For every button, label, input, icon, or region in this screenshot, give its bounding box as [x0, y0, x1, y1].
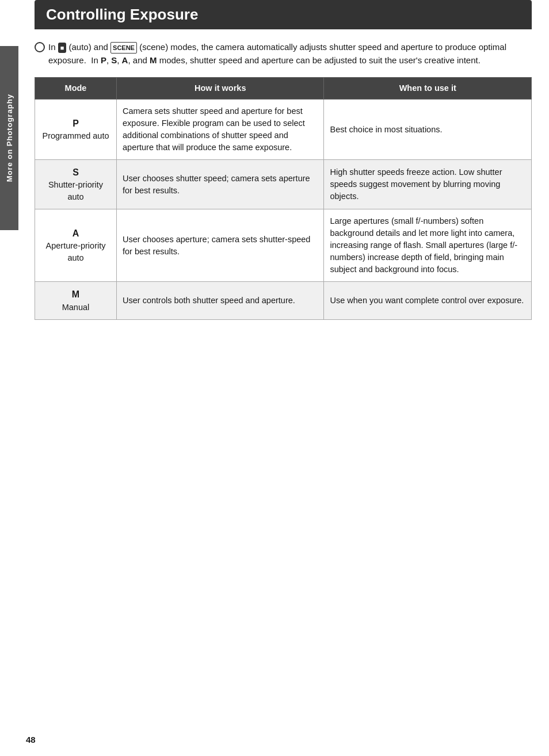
when-cell: Best choice in most situations. [324, 100, 532, 160]
mode-name: Aperture-priority auto [41, 240, 110, 264]
page-number: 48 [26, 735, 36, 744]
col-header-mode: Mode [35, 78, 117, 100]
mode-name: Shutter-priority auto [41, 179, 110, 203]
sidebar-label: More on Photography [5, 94, 14, 182]
sidebar-tab: More on Photography [0, 46, 18, 230]
mode-letter: S [41, 166, 110, 179]
how-cell: User chooses shutter speed; camera sets … [117, 160, 324, 209]
intro-text: In ■ (auto) and SCENE (scene) modes, the… [48, 41, 532, 67]
auto-icon: ■ [58, 43, 67, 54]
table-row: SShutter-priority autoUser chooses shutt… [35, 160, 532, 209]
mode-name: Manual [41, 301, 110, 314]
col-header-when: When to use it [324, 78, 532, 100]
how-cell: User controls both shutter speed and ape… [117, 282, 324, 319]
mode-letter: A [41, 227, 110, 240]
mode-letter: P [41, 117, 110, 130]
mode-cell: PProgrammed auto [35, 100, 117, 160]
mode-cell: SShutter-priority auto [35, 160, 117, 209]
mode-letter: M [41, 288, 110, 301]
page-title: Controlling Exposure [35, 0, 532, 29]
circle-icon [35, 42, 45, 52]
mode-cell: MManual [35, 282, 117, 319]
mode-cell: AAperture-priority auto [35, 209, 117, 282]
how-cell: Camera sets shutter speed and aperture f… [117, 100, 324, 160]
how-cell: User chooses aperture; camera sets shutt… [117, 209, 324, 282]
intro-paragraph: In ■ (auto) and SCENE (scene) modes, the… [35, 41, 532, 67]
table-row: PProgrammed autoCamera sets shutter spee… [35, 100, 532, 160]
mode-name: Programmed auto [41, 130, 110, 142]
main-content: Controlling Exposure In ■ (auto) and SCE… [23, 0, 549, 343]
when-cell: High shutter speeds freeze action. Low s… [324, 160, 532, 209]
scene-icon: SCENE [110, 42, 137, 54]
table-row: MManualUser controls both shutter speed … [35, 282, 532, 319]
table-row: AAperture-priority autoUser chooses aper… [35, 209, 532, 282]
col-header-how: How it works [117, 78, 324, 100]
exposure-table: Mode How it works When to use it PProgra… [35, 77, 532, 320]
when-cell: Large apertures (small f/-numbers) softe… [324, 209, 532, 282]
when-cell: Use when you want complete control over … [324, 282, 532, 319]
